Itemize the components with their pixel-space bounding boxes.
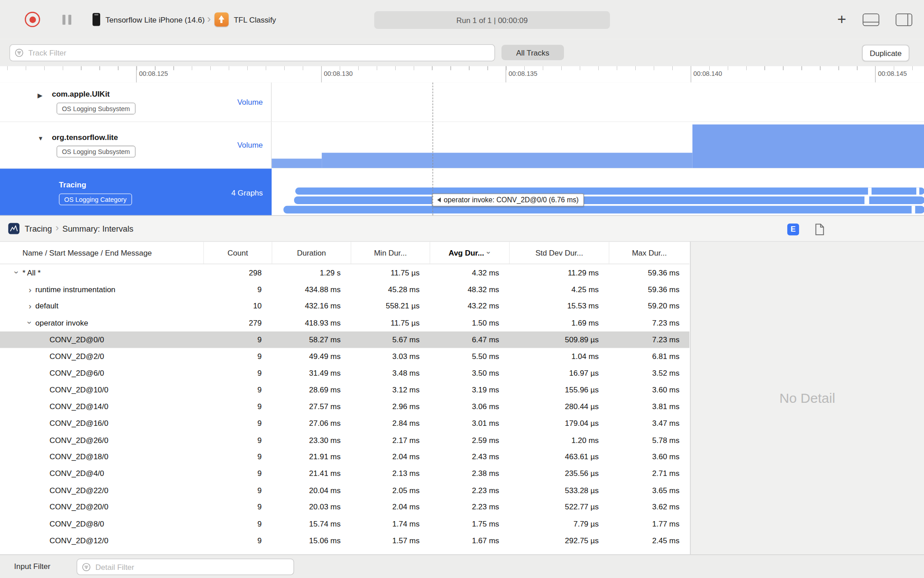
interval-bar[interactable]	[294, 196, 924, 204]
column-header-name[interactable]: Name / Start Message / End Message	[0, 242, 203, 264]
chevron-right-icon: ›	[207, 12, 211, 25]
record-button[interactable]	[25, 12, 40, 27]
ruler-tick-label: 00:08.140	[693, 70, 722, 77]
row-name-cell: ›runtime instrumentation	[0, 284, 203, 294]
chevron-down-icon[interactable]: ›	[25, 318, 35, 327]
no-detail-text: No Detail	[780, 390, 836, 406]
duplicate-button[interactable]: Duplicate	[862, 45, 909, 61]
row-count-cell: 9	[203, 419, 272, 428]
row-count-cell: 9	[203, 352, 272, 361]
row-count-cell: 9	[203, 536, 272, 545]
column-header-stddev[interactable]: Std Dev Dur...	[509, 242, 609, 264]
table-row[interactable]: ›operator invoke279418.93 ms11.75 µs1.50…	[0, 314, 689, 331]
table-row[interactable]: CONV_2D@22/0920.04 ms2.05 ms2.23 ms533.2…	[0, 482, 689, 499]
table-body: ›* All *2981.29 s11.75 µs4.32 ms11.29 ms…	[0, 264, 689, 549]
track-content-tensorflow[interactable]	[272, 122, 924, 168]
detail-filter-input[interactable]	[94, 559, 293, 575]
breadcrumb-root[interactable]: Tracing	[25, 224, 52, 233]
row-count-cell: 9	[203, 402, 272, 411]
table-row[interactable]: CONV_2D@10/0928.69 ms3.12 ms3.19 ms155.9…	[0, 382, 689, 398]
document-icon[interactable]	[815, 223, 824, 235]
input-filter-label[interactable]: Input Filter	[14, 555, 50, 578]
row-avg-cell: 2.23 ms	[430, 486, 509, 495]
row-max-cell: 3.60 ms	[609, 452, 689, 461]
row-name-cell: CONV_2D@22/0	[0, 486, 203, 495]
track-content-tracing[interactable]: operator invoke: CONV_2D@0/0 (6.76 ms)	[272, 169, 924, 217]
toggle-right-pane-button[interactable]	[896, 13, 912, 25]
column-header-min[interactable]: Min Dur...	[351, 242, 430, 264]
extended-detail-button[interactable]: E	[787, 223, 799, 235]
ruler-tick-label: 00:08.135	[508, 70, 537, 77]
table-row[interactable]: CONV_2D@0/0958.27 ms5.67 ms6.47 ms509.89…	[0, 331, 689, 348]
column-header-count[interactable]: Count	[203, 242, 272, 264]
track-filter-field[interactable]	[9, 44, 495, 61]
table-row[interactable]: ›default10432.16 ms558.21 µs43.22 ms15.5…	[0, 298, 689, 314]
row-name-cell: ›default	[0, 301, 203, 311]
app-selector[interactable]: TFL Classify	[214, 12, 276, 26]
track-name: com.apple.UIKit	[52, 90, 110, 99]
row-name-cell: CONV_2D@8/0	[0, 519, 203, 528]
playhead[interactable]	[433, 83, 433, 215]
toolbar: Tensorflow Lite iPhone (14.6) › TFL Clas…	[0, 0, 924, 39]
table-row[interactable]: CONV_2D@2/0949.49 ms3.03 ms5.50 ms1.04 m…	[0, 348, 689, 365]
row-max-cell: 3.60 ms	[609, 385, 689, 394]
column-header-max[interactable]: Max Dur...	[609, 242, 689, 264]
table-row[interactable]: CONV_2D@8/0915.74 ms1.74 ms1.75 ms7.79 µ…	[0, 515, 689, 532]
tracing-instrument-icon	[8, 223, 19, 234]
track-header-uikit[interactable]: ▶com.apple.UIKit OS Logging Subsystem Vo…	[0, 83, 272, 121]
toggle-bottom-pane-button[interactable]	[863, 13, 879, 25]
column-header-duration[interactable]: Duration	[272, 242, 351, 264]
row-stddev-cell: 1.04 ms	[509, 352, 609, 361]
row-min-cell: 45.28 ms	[351, 285, 430, 294]
track-filter-input[interactable]	[27, 44, 494, 61]
track-row-uikit[interactable]: ▶com.apple.UIKit OS Logging Subsystem Vo…	[0, 83, 924, 122]
pause-icon	[69, 14, 72, 24]
row-min-cell: 2.05 ms	[351, 486, 430, 495]
interval-bar[interactable]	[295, 187, 924, 195]
table-row[interactable]: CONV_2D@14/0927.57 ms2.96 ms3.06 ms280.4…	[0, 398, 689, 415]
target-selector[interactable]: Tensorflow Lite iPhone (14.6)	[92, 13, 205, 26]
row-duration-cell: 21.41 ms	[272, 469, 351, 478]
disclosure-collapsed-icon[interactable]: ▶	[38, 91, 42, 100]
table-row[interactable]: CONV_2D@6/0931.49 ms3.48 ms3.50 ms16.97 …	[0, 365, 689, 382]
table-row[interactable]: ›runtime instrumentation9434.88 ms45.28 …	[0, 281, 689, 298]
volume-bar-segment	[272, 158, 322, 168]
all-tracks-button[interactable]: All Tracks	[502, 45, 564, 60]
chevron-down-icon[interactable]: ›	[12, 268, 22, 277]
breadcrumb-page[interactable]: Summary: Intervals	[62, 224, 134, 233]
track-row-tensorflow[interactable]: ▼org.tensorflow.lite OS Logging Subsyste…	[0, 122, 924, 168]
row-max-cell: 3.62 ms	[609, 503, 689, 512]
timeline-ruler[interactable]: 00:08.12500:08.13000:08.13500:08.14000:0…	[0, 66, 924, 83]
chevron-right-icon[interactable]: ›	[25, 301, 36, 311]
row-count-cell: 9	[203, 285, 272, 294]
track-filter-bar: All Tracks Duplicate	[0, 39, 924, 66]
interval-bar[interactable]	[283, 206, 924, 214]
row-avg-cell: 5.50 ms	[430, 352, 509, 361]
table-row[interactable]: CONV_2D@26/0923.30 ms2.17 ms2.59 ms1.20 …	[0, 432, 689, 448]
column-header-avg[interactable]: Avg Dur...›	[430, 242, 509, 264]
table-row[interactable]: CONV_2D@20/0920.03 ms2.04 ms2.23 ms522.7…	[0, 499, 689, 515]
row-name-cell: CONV_2D@10/0	[0, 385, 203, 394]
ruler-major-tick: 00:08.130	[321, 66, 321, 83]
track-header-tensorflow[interactable]: ▼org.tensorflow.lite OS Logging Subsyste…	[0, 122, 272, 168]
volume-bar-segment	[693, 125, 924, 168]
chevron-right-icon[interactable]: ›	[25, 284, 36, 294]
table-row[interactable]: ›* All *2981.29 s11.75 µs4.32 ms11.29 ms…	[0, 264, 689, 281]
row-max-cell: 3.52 ms	[609, 368, 689, 378]
pause-button[interactable]	[62, 14, 71, 24]
track-header-tracing[interactable]: Tracing OS Logging Category 4 Graphs	[0, 169, 272, 217]
table-row[interactable]: CONV_2D@12/0915.06 ms1.57 ms1.67 ms292.7…	[0, 532, 689, 549]
table-row[interactable]: CONV_2D@16/0927.06 ms2.84 ms3.01 ms179.0…	[0, 415, 689, 432]
disclosure-expanded-icon[interactable]: ▼	[38, 134, 44, 143]
row-min-cell: 2.17 ms	[351, 436, 430, 445]
table-row[interactable]: CONV_2D@4/0921.41 ms2.13 ms2.38 ms235.56…	[0, 465, 689, 482]
add-instrument-button[interactable]: +	[837, 11, 846, 27]
detail-filter-field[interactable]	[77, 559, 294, 575]
table-row[interactable]: CONV_2D@18/0921.91 ms2.04 ms2.43 ms463.6…	[0, 448, 689, 465]
track-content-uikit[interactable]	[272, 83, 924, 121]
track-row-tracing[interactable]: Tracing OS Logging Category 4 Graphs	[0, 169, 924, 217]
row-name-cell: CONV_2D@12/0	[0, 536, 203, 545]
row-stddev-cell: 522.77 µs	[509, 503, 609, 512]
record-dot-icon	[29, 16, 36, 23]
row-stddev-cell: 155.96 µs	[509, 385, 609, 394]
